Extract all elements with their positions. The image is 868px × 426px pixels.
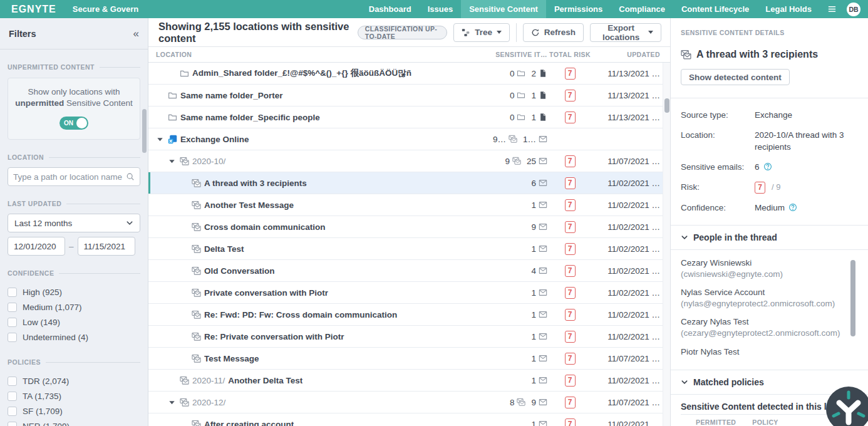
- person-item: Piotr Nylas Test: [681, 346, 847, 358]
- checkbox[interactable]: [8, 377, 17, 386]
- collapse-sidebar-button[interactable]: «: [133, 28, 139, 39]
- nav-item-compliance[interactable]: Compliance: [611, 0, 673, 18]
- tree-view-button[interactable]: Tree: [453, 23, 510, 42]
- people-section-header[interactable]: People in the thread: [671, 225, 868, 250]
- confidence-option[interactable]: Low (149): [8, 314, 140, 330]
- checkbox[interactable]: [8, 392, 17, 401]
- table-row[interactable]: A thread with 3 recipients6711/02/2021 …: [148, 172, 663, 194]
- table-row[interactable]: After creating account1711/02/2021 …: [148, 413, 663, 426]
- table-row[interactable]: Cross domain communication9711/02/2021 …: [148, 216, 663, 238]
- table-row[interactable]: 2020-12/89711/07/2021 …: [148, 392, 663, 413]
- nav-item-permissions[interactable]: Permissions: [546, 0, 611, 18]
- location-search-input[interactable]: [13, 172, 126, 182]
- table-row[interactable]: Re: Fwd: PD: Fw: Cross domain communicat…: [148, 304, 663, 326]
- location-name: Cross domain communication: [204, 222, 326, 232]
- user-avatar[interactable]: DB: [847, 3, 860, 16]
- date-from-input[interactable]: [8, 237, 65, 256]
- checkbox[interactable]: [8, 407, 17, 416]
- people-scrollbar-thumb[interactable]: [850, 260, 855, 336]
- show-detected-content-button[interactable]: Show detected content: [681, 69, 790, 85]
- risk-badge: 7: [565, 199, 576, 211]
- location-name: Admin_Shared folder_£!@#$%^&()_+{} 很äöüß…: [192, 68, 411, 79]
- checkbox[interactable]: [8, 318, 17, 327]
- table-row[interactable]: Admin_Shared folder_£!@#$%^&()_+{} 很äöüß…: [148, 63, 663, 85]
- header-updated[interactable]: UPDATED: [592, 51, 663, 58]
- confidence-option[interactable]: High (925): [8, 284, 140, 299]
- item-count-value: 9: [531, 398, 536, 407]
- policy-option[interactable]: TA (1,735): [8, 388, 140, 403]
- checkbox[interactable]: [8, 333, 17, 342]
- policy-option[interactable]: TDR (2,074): [8, 373, 140, 388]
- envelope-stack-icon: [192, 266, 201, 276]
- refresh-button[interactable]: Refresh: [523, 23, 584, 42]
- location-name: Old Conversation: [204, 266, 275, 276]
- sensitive-items-cell: 4: [466, 266, 547, 276]
- table-scrollbar-thumb[interactable]: [664, 98, 669, 113]
- sensitive-items-cell: 02: [466, 69, 547, 78]
- table-row[interactable]: Exchange Online9…1…: [148, 128, 663, 150]
- table-scrollbar-track[interactable]: [663, 63, 670, 426]
- item-count: 1: [531, 113, 547, 122]
- table-row[interactable]: 2020-11/Another Delta Test1711/02/2021 …: [148, 370, 663, 392]
- sensitive-items-cell: 1: [466, 288, 547, 298]
- item-count-value: 1: [531, 376, 536, 385]
- refresh-icon: [531, 28, 540, 37]
- checkbox[interactable]: [8, 288, 17, 297]
- table-row[interactable]: Another Test Message1711/02/2021 …: [148, 194, 663, 216]
- table-row[interactable]: Same name folder_Specific people01711/13…: [148, 106, 663, 128]
- updated-cell: 11/02/2021 …: [592, 332, 663, 341]
- risk-badge: 7: [565, 287, 576, 299]
- table-row[interactable]: Old Conversation4711/02/2021 …: [148, 260, 663, 282]
- person-name: Nylas Service Account: [681, 287, 847, 298]
- header-location[interactable]: LOCATION: [148, 51, 466, 58]
- sensitive-content-details-panel: SENSITIVE CONTENT DETAILS A thread with …: [670, 18, 868, 426]
- nav-item-dashboard[interactable]: Dashboard: [361, 0, 420, 18]
- policy-option[interactable]: SF (1,709): [8, 403, 140, 418]
- header-sensitive-items[interactable]: SENSITIVE IT…: [466, 51, 547, 58]
- policy-option[interactable]: NER (1,709): [8, 418, 140, 426]
- person-name: Piotr Nylas Test: [681, 346, 847, 358]
- folder-icon: [517, 113, 525, 122]
- sensitive-items-cell: 9…1…: [466, 135, 547, 144]
- location-name: Same name folder_Porter: [180, 91, 283, 100]
- permitted-column-header: PERMITTED: [696, 418, 736, 426]
- updated-cell: 11/07/2021 …: [592, 157, 663, 166]
- caret-down-icon: [648, 31, 653, 34]
- help-icon: [788, 202, 797, 212]
- table-row[interactable]: Test Message1711/07/2021 …: [148, 348, 663, 370]
- egnyte-logo: EGNYTE: [11, 4, 56, 15]
- filters-sidebar: Filters « UNPERMITTED CONTENT Show only …: [0, 18, 148, 426]
- person-email: (nylas@egnyteprotect2.onmicrosoft.com): [681, 298, 847, 309]
- export-locations-button[interactable]: Export locations: [590, 23, 661, 42]
- item-count: 0: [510, 113, 526, 122]
- nav-item-content-lifecycle[interactable]: Content Lifecycle: [673, 0, 757, 18]
- unpermitted-toggle[interactable]: ON: [59, 117, 88, 130]
- table-row[interactable]: Re: Private conversation with Piotr1711/…: [148, 326, 663, 348]
- item-count-value: 1: [531, 244, 536, 254]
- item-count-value: 9: [531, 222, 536, 232]
- location-prefix: 2020-12/: [192, 398, 225, 407]
- table-row[interactable]: 2020-10/925711/07/2021 …: [148, 150, 663, 172]
- confidence-option[interactable]: Undetermined (4): [8, 330, 140, 345]
- table-row[interactable]: Private conversation with Piotr1711/02/2…: [148, 282, 663, 304]
- nav-item-issues[interactable]: Issues: [420, 0, 461, 18]
- checkbox[interactable]: [8, 422, 17, 426]
- menu-button[interactable]: [820, 0, 844, 18]
- egnyte-widget-button[interactable]: [826, 387, 868, 426]
- sidebar-scrollbar[interactable]: [142, 109, 147, 153]
- classification-badge: CLASSIFICATION UP-TO-DATE: [358, 26, 447, 39]
- table-row[interactable]: Delta Test1711/02/2021 …: [148, 238, 663, 260]
- date-to-input[interactable]: [78, 237, 135, 256]
- detail-field-label: Location:: [681, 130, 755, 152]
- matched-header-label: Matched policies: [693, 377, 764, 387]
- folder-icon: [517, 91, 525, 100]
- nav-item-legal-holds[interactable]: Legal Holds: [757, 0, 820, 18]
- last-updated-select[interactable]: Last 12 months: [8, 214, 140, 232]
- nav-item-sensitive-content[interactable]: Sensitive Content: [461, 0, 546, 18]
- envelope-stack-icon: [517, 398, 525, 407]
- detail-field-value: 7/ 9: [755, 182, 858, 194]
- confidence-option[interactable]: Medium (1,077): [8, 299, 140, 314]
- table-row[interactable]: Same name folder_Porter01711/13/2021 …: [148, 85, 663, 106]
- checkbox[interactable]: [8, 303, 17, 312]
- header-total-risk[interactable]: TOTAL RISK: [547, 51, 592, 58]
